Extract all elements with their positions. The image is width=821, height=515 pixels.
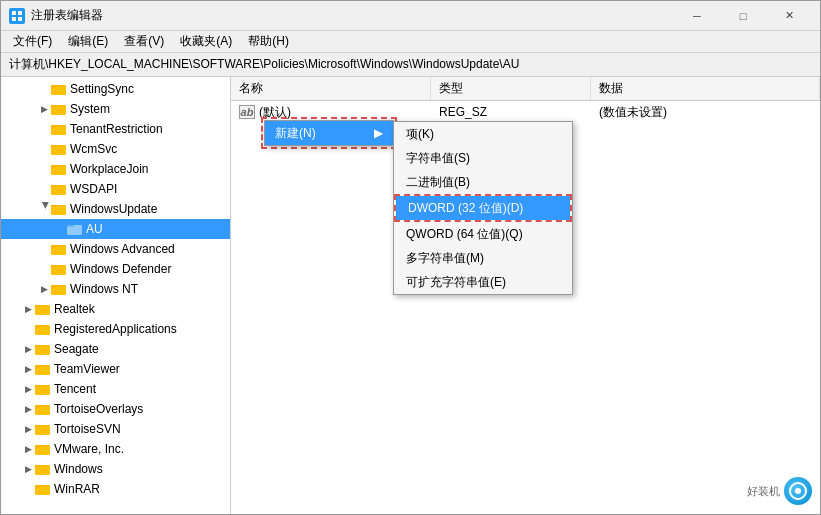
col-header-type: 类型 [431, 77, 591, 100]
tree-item-workplacejoin[interactable]: WorkplaceJoin [1, 159, 230, 179]
submenu-item-key[interactable]: 项(K) [394, 122, 572, 146]
submenu-item-dword[interactable]: DWORD (32 位值)(D) [396, 196, 570, 220]
tree-label: Windows Defender [70, 262, 171, 276]
tree-label: WcmSvc [70, 142, 117, 156]
folder-icon [51, 102, 67, 116]
arrow-icon: ▶ [21, 402, 35, 416]
submenu-label: 项(K) [406, 126, 434, 143]
folder-icon [35, 442, 51, 456]
tree-item-system[interactable]: ▶ System [1, 99, 230, 119]
tree-label: Seagate [54, 342, 99, 356]
submenu-label: 字符串值(S) [406, 150, 470, 167]
tree-item-windowsupdate[interactable]: ▶ WindowsUpdate [1, 199, 230, 219]
svg-rect-38 [35, 405, 42, 407]
menu-view[interactable]: 查看(V) [116, 31, 172, 52]
submenu-label: DWORD (32 位值)(D) [408, 200, 523, 217]
tree-label: TortoiseSVN [54, 422, 121, 436]
submenu-item-string[interactable]: 字符串值(S) [394, 146, 572, 170]
svg-point-48 [795, 488, 801, 494]
address-path: 计算机\HKEY_LOCAL_MACHINE\SOFTWARE\Policies… [9, 56, 519, 73]
submenu-item-multistring[interactable]: 多字符串值(M) [394, 246, 572, 270]
tree-item-settingsync[interactable]: SettingSync [1, 79, 230, 99]
tree-label: WindowsUpdate [70, 202, 157, 216]
tree-label: Windows NT [70, 282, 138, 296]
tree-item-seagate[interactable]: ▶ Seagate [1, 339, 230, 359]
table-header: 名称 类型 数据 [231, 77, 820, 101]
col-header-data: 数据 [591, 77, 820, 100]
arrow-icon: ▶ [21, 382, 35, 396]
submenu-arrow-icon: ▶ [374, 126, 383, 140]
svg-rect-13 [51, 165, 58, 167]
watermark: 好装机 [732, 476, 812, 506]
svg-rect-11 [51, 145, 58, 147]
tree-item-teamviewer[interactable]: ▶ TeamViewer [1, 359, 230, 379]
arrow-icon [21, 322, 35, 336]
tree-item-windows-defender[interactable]: Windows Defender [1, 259, 230, 279]
menu-favorites[interactable]: 收藏夹(A) [172, 31, 240, 52]
tree-item-winrar[interactable]: WinRAR [1, 479, 230, 499]
svg-rect-22 [51, 245, 58, 247]
arrow-icon [37, 262, 51, 276]
svg-rect-44 [35, 465, 42, 467]
folder-open-icon [51, 202, 67, 216]
submenu-label: 多字符串值(M) [406, 250, 484, 267]
folder-icon [35, 422, 51, 436]
folder-icon [35, 322, 51, 336]
context-main-menu: 新建(N) ▶ 项(K) 字符串值(S) [264, 120, 394, 146]
submenu-item-qword[interactable]: QWORD (64 位值)(Q) [394, 222, 572, 246]
tree-item-wsdapi[interactable]: WSDAPI [1, 179, 230, 199]
tree-item-wcmsvc[interactable]: WcmSvc [1, 139, 230, 159]
menu-edit[interactable]: 编辑(E) [60, 31, 116, 52]
tree-item-tortoisesvn[interactable]: ▶ TortoiseSVN [1, 419, 230, 439]
tree-item-tortoiseoverlays[interactable]: ▶ TortoiseOverlays [1, 399, 230, 419]
window-controls: ─ □ ✕ [674, 1, 812, 31]
tree-item-realtek[interactable]: ▶ Realtek [1, 299, 230, 319]
tree-item-vmware[interactable]: ▶ VMware, Inc. [1, 439, 230, 459]
arrow-icon: ▶ [37, 282, 51, 296]
title-bar: 注册表编辑器 ─ □ ✕ [1, 1, 820, 31]
watermark-text: 好装机 [747, 484, 780, 499]
arrow-icon [53, 222, 67, 236]
folder-icon [51, 142, 67, 156]
submenu-item-expandstring[interactable]: 可扩充字符串值(E) [394, 270, 572, 294]
tree-item-au[interactable]: AU [1, 219, 230, 239]
tree-panel[interactable]: SettingSync ▶ System TenantRestriction [1, 77, 231, 514]
tree-label: Realtek [54, 302, 95, 316]
tree-label: WorkplaceJoin [70, 162, 148, 176]
tree-item-tencent[interactable]: ▶ Tencent [1, 379, 230, 399]
tree-item-windows-nt[interactable]: ▶ Windows NT [1, 279, 230, 299]
right-panel: 名称 类型 数据 ab (默认) REG_SZ (数值未设置) [231, 77, 820, 514]
tree-label: Windows [54, 462, 103, 476]
minimize-button[interactable]: ─ [674, 1, 720, 31]
arrow-icon: ▶ [21, 302, 35, 316]
watermark-icon [784, 477, 812, 505]
context-new-item[interactable]: 新建(N) ▶ 项(K) 字符串值(S) [265, 121, 393, 145]
svg-rect-36 [35, 385, 42, 387]
menu-bar: 文件(F) 编辑(E) 查看(V) 收藏夹(A) 帮助(H) [1, 31, 820, 53]
submenu-item-binary[interactable]: 二进制值(B) [394, 170, 572, 194]
svg-rect-7 [51, 105, 58, 107]
svg-rect-5 [51, 85, 58, 87]
tree-item-registeredapps[interactable]: RegisteredApplications [1, 319, 230, 339]
folder-icon [51, 282, 67, 296]
menu-file[interactable]: 文件(F) [5, 31, 60, 52]
folder-icon [51, 122, 67, 136]
registry-editor-window: 注册表编辑器 ─ □ ✕ 文件(F) 编辑(E) 查看(V) 收藏夹(A) 帮助… [0, 0, 821, 515]
arrow-icon: ▶ [37, 202, 51, 216]
tree-label: AU [86, 222, 103, 236]
address-bar: 计算机\HKEY_LOCAL_MACHINE\SOFTWARE\Policies… [1, 53, 820, 77]
col-header-name: 名称 [231, 77, 431, 100]
tree-label: VMware, Inc. [54, 442, 124, 456]
folder-icon [67, 222, 83, 236]
tree-item-windows[interactable]: ▶ Windows [1, 459, 230, 479]
svg-rect-32 [35, 345, 42, 347]
tree-item-tenant[interactable]: TenantRestriction [1, 119, 230, 139]
menu-help[interactable]: 帮助(H) [240, 31, 297, 52]
close-button[interactable]: ✕ [766, 1, 812, 31]
arrow-icon: ▶ [21, 422, 35, 436]
svg-rect-30 [35, 325, 42, 327]
tree-item-windows-advanced[interactable]: Windows Advanced [1, 239, 230, 259]
folder-icon [51, 162, 67, 176]
app-icon [9, 8, 25, 24]
maximize-button[interactable]: □ [720, 1, 766, 31]
